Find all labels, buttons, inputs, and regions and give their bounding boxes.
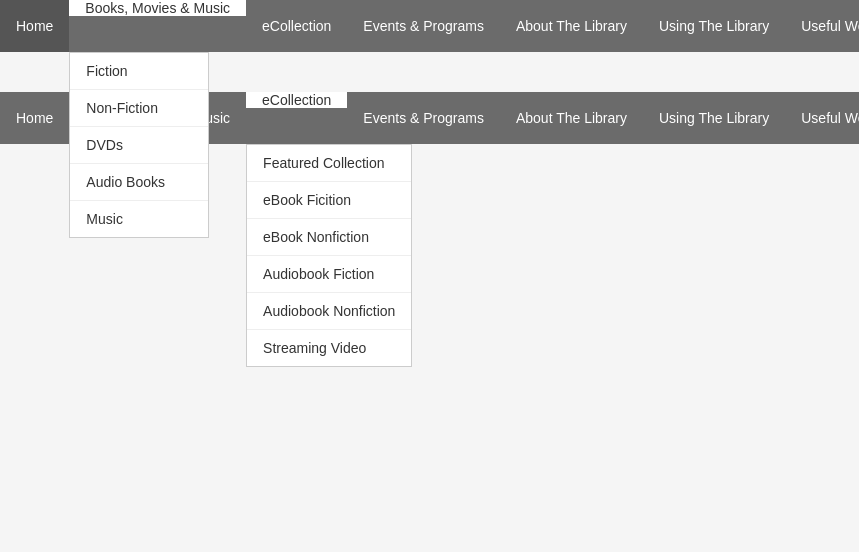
- dropdown-item-audiobooks[interactable]: Audio Books: [70, 164, 208, 201]
- nav-item-using-2[interactable]: Using The Library: [643, 92, 785, 144]
- nav-item-books-1[interactable]: Books, Movies & Music: [69, 0, 246, 16]
- dropdown-item-audiobook-nonfiction[interactable]: Audiobook Nonfiction: [247, 293, 411, 330]
- nav-item-about-2[interactable]: About The Library: [500, 92, 643, 144]
- navbar-1: Home Books, Movies & Music Fiction Non-F…: [0, 0, 859, 52]
- nav-item-home-1[interactable]: Home: [0, 0, 69, 52]
- dropdown-item-fiction[interactable]: Fiction: [70, 53, 208, 90]
- dropdown-item-music[interactable]: Music: [70, 201, 208, 237]
- dropdown-item-streaming-video[interactable]: Streaming Video: [247, 330, 411, 366]
- ecollection-dropdown-container-2: eCollection Featured Collection eBook Fi…: [246, 92, 347, 144]
- dropdown-item-nonfiction[interactable]: Non-Fiction: [70, 90, 208, 127]
- nav-item-ecollection-1[interactable]: eCollection: [246, 0, 347, 52]
- nav-item-about-1[interactable]: About The Library: [500, 0, 643, 52]
- nav-item-useful-2[interactable]: Useful Web Resources: [785, 92, 859, 144]
- books-dropdown-menu-1: Fiction Non-Fiction DVDs Audio Books Mus…: [69, 52, 209, 238]
- dropdown-item-audiobook-fiction[interactable]: Audiobook Fiction: [247, 256, 411, 293]
- nav-item-home-2[interactable]: Home: [0, 92, 69, 144]
- nav-item-useful-1[interactable]: Useful Web Resources: [785, 0, 859, 52]
- nav-item-events-1[interactable]: Events & Programs: [347, 0, 500, 52]
- dropdown-item-dvds[interactable]: DVDs: [70, 127, 208, 164]
- books-movies-music-dropdown-container-1: Books, Movies & Music Fiction Non-Fictio…: [69, 0, 246, 52]
- nav-item-events-2[interactable]: Events & Programs: [347, 92, 500, 144]
- dropdown-item-ebook-fiction[interactable]: eBook Ficition: [247, 182, 411, 219]
- dropdown-item-featured[interactable]: Featured Collection: [247, 145, 411, 182]
- nav-section-1: Home Books, Movies & Music Fiction Non-F…: [0, 0, 859, 52]
- ecollection-dropdown-menu-2: Featured Collection eBook Ficition eBook…: [246, 144, 412, 367]
- nav-item-ecollection-2[interactable]: eCollection: [246, 92, 347, 108]
- nav-item-using-1[interactable]: Using The Library: [643, 0, 785, 52]
- dropdown-item-ebook-nonfiction[interactable]: eBook Nonfiction: [247, 219, 411, 256]
